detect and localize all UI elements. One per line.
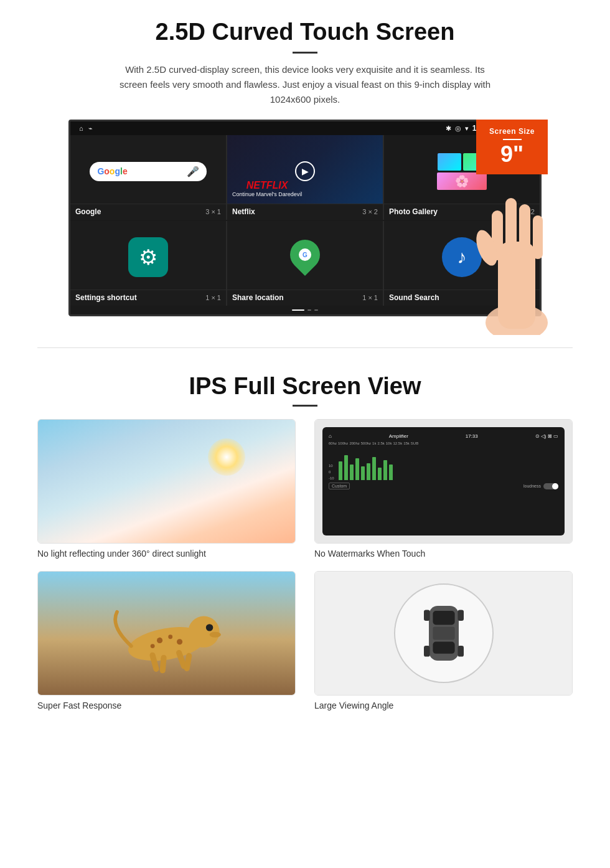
mic-icon[interactable]: 🎤 (187, 166, 199, 177)
amp-time: 17:33 (466, 433, 478, 439)
amplifier-label: No Watermarks When Touch (314, 549, 573, 559)
sound-search-name: Sound Search (389, 293, 439, 302)
sun-glow (208, 438, 245, 476)
badge-divider (503, 139, 522, 140)
share-location-size: 1 × 1 (362, 294, 378, 301)
cheetah-label: Super Fast Response (37, 701, 296, 710)
svg-point-14 (150, 644, 154, 648)
svg-point-9 (205, 624, 212, 631)
home-icon: ⌂ (79, 125, 83, 132)
feature-grid: No light reflecting under 360° direct su… (37, 419, 573, 710)
amp-title: Amplifier (389, 433, 408, 439)
svg-rect-22 (433, 627, 454, 640)
hand-overlay (454, 148, 579, 335)
amp-loudness-label: loudness (523, 484, 541, 488)
svg-rect-21 (433, 642, 454, 654)
svg-rect-4 (519, 204, 530, 257)
svg-point-8 (188, 616, 219, 648)
page-divider (37, 347, 573, 348)
amp-home-icon: ⌂ (329, 433, 332, 439)
curved-screen-section: 2.5D Curved Touch Screen With 2.5D curve… (0, 0, 610, 329)
amp-loudness-toggle[interactable] (543, 483, 558, 489)
section1-description: With 2.5D curved-display screen, this de… (112, 62, 498, 107)
car-image (314, 571, 573, 696)
location-icon: ◎ (455, 125, 461, 133)
netflix-overlay: NETFLIX Continue Marvel's Daredevil (232, 180, 302, 197)
usb-icon: ⌁ (88, 125, 93, 133)
section2-title: IPS Full Screen View (37, 373, 573, 400)
netflix-app-size: 3 × 2 (362, 208, 378, 215)
google-app-size: 3 × 1 (205, 208, 221, 215)
settings-app-size: 1 × 1 (205, 294, 221, 301)
svg-point-12 (168, 634, 172, 639)
google-app-name: Google (75, 207, 101, 216)
title-divider (293, 52, 317, 54)
maps-inner-dot: G (299, 248, 311, 261)
badge-label: Screen Size (481, 127, 543, 136)
svg-rect-1 (498, 242, 535, 329)
svg-point-11 (157, 638, 162, 643)
settings-app-cell[interactable]: ⚙ Settings shortcut 1 × 1 (70, 221, 226, 306)
screen-mockup-wrapper: Screen Size 9" ⌂ ⌁ ✱ ◎ ▾ 15:06 ⊙ (68, 120, 542, 316)
cheetah-image (37, 571, 296, 696)
settings-app-name: Settings shortcut (75, 293, 137, 302)
amp-custom-btn[interactable]: Custom (329, 483, 350, 489)
status-bar: ⌂ ⌁ ✱ ◎ ▾ 15:06 ⊙ ◁) ⊠ ▭ (70, 121, 540, 135)
photo-gallery-name: Photo Gallery (389, 207, 438, 216)
svg-rect-23 (424, 610, 430, 621)
netflix-subtitle: Continue Marvel's Daredevil (232, 191, 302, 197)
svg-rect-5 (533, 215, 543, 259)
ips-screen-section: IPS Full Screen View No light reflecting… (0, 367, 610, 729)
settings-gear-icon: ⚙ (139, 245, 157, 270)
sunlight-image (37, 419, 296, 544)
section2-divider (293, 405, 317, 407)
netflix-app-name: Netflix (232, 207, 255, 216)
share-location-name: Share location (232, 293, 284, 302)
feature-sunlight: No light reflecting under 360° direct su… (37, 419, 296, 559)
share-location-cell[interactable]: G Share location 1 × 1 (227, 221, 383, 306)
status-left: ⌂ ⌁ (79, 125, 93, 133)
svg-rect-26 (458, 646, 464, 657)
section1-title: 2.5D Curved Touch Screen (37, 19, 573, 45)
svg-rect-25 (424, 646, 430, 657)
svg-point-13 (177, 639, 182, 644)
sunlight-label: No light reflecting under 360° direct su… (37, 549, 296, 559)
google-app-cell[interactable]: Google 🎤 Google 3 × 1 (70, 135, 226, 220)
netflix-play-button[interactable]: ▶ (295, 161, 315, 181)
feature-car: Large Viewing Angle (314, 571, 573, 710)
amplifier-image: ⌂ Amplifier 17:33 ⊙ ◁) ⊠ ▭ 60hz100hz200h… (314, 419, 573, 544)
feature-amplifier: ⌂ Amplifier 17:33 ⊙ ◁) ⊠ ▭ 60hz100hz200h… (314, 419, 573, 559)
google-search-bar[interactable]: Google 🎤 (90, 162, 206, 181)
svg-rect-3 (505, 198, 517, 254)
wifi-icon: ▾ (465, 125, 469, 133)
amp-icons: ⊙ ◁) ⊠ ▭ (535, 433, 558, 439)
netflix-logo-text: NETFLIX (232, 180, 302, 191)
bluetooth-icon: ✱ (446, 125, 451, 133)
svg-point-10 (209, 632, 220, 638)
netflix-app-cell[interactable]: ▶ NETFLIX Continue Marvel's Daredevil Ne… (227, 135, 383, 220)
google-logo: Google (97, 166, 127, 176)
svg-rect-20 (433, 611, 454, 625)
feature-cheetah: Super Fast Response (37, 571, 296, 710)
car-label: Large Viewing Angle (314, 701, 573, 710)
svg-rect-24 (458, 610, 464, 621)
settings-icon-wrapper: ⚙ (128, 237, 168, 277)
